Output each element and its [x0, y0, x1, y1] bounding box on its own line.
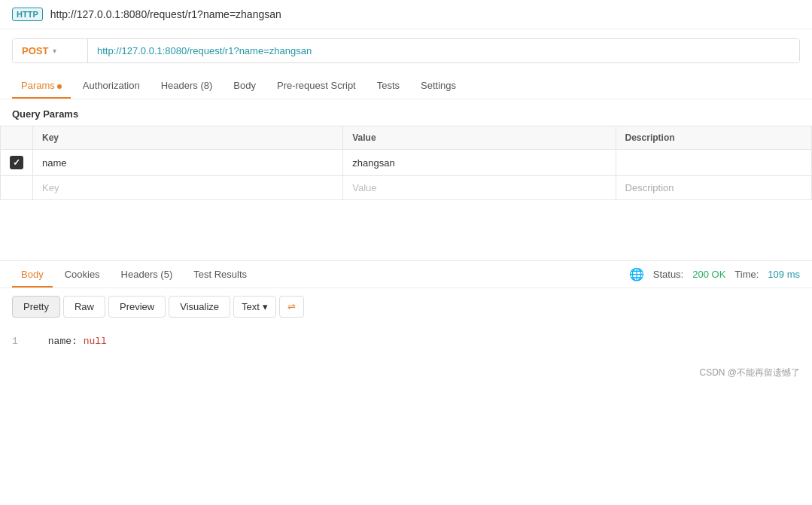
params-dot — [57, 84, 62, 89]
tab-pre-request-script[interactable]: Pre-request Script — [268, 72, 365, 99]
col-header-description: Description — [616, 126, 811, 150]
response-tab-test-results[interactable]: Test Results — [184, 261, 256, 287]
time-label: Time: — [734, 269, 759, 280]
response-tab-body[interactable]: Body — [12, 261, 53, 287]
format-tabs: Pretty Raw Preview Visualize Text ▾ ⇌ — [0, 288, 812, 325]
chevron-down-icon: ▾ — [53, 47, 56, 55]
params-table: Key Value Description name zhangsan Key … — [0, 126, 812, 200]
placeholder-desc[interactable]: Description — [616, 176, 811, 200]
tab-settings[interactable]: Settings — [412, 72, 465, 99]
tab-authorization[interactable]: Authorization — [74, 72, 149, 99]
format-type-dropdown[interactable]: Text ▾ — [233, 296, 276, 318]
col-header-checkbox — [1, 126, 33, 150]
url-input[interactable] — [88, 39, 799, 62]
http-badge: HTTP — [12, 8, 43, 21]
top-url: http://127.0.0.1:8080/request/r1?name=zh… — [50, 8, 281, 20]
response-section: Body Cookies Headers (5) Test Results 🌐 … — [0, 261, 812, 359]
row-checkbox-cell[interactable] — [1, 150, 33, 176]
tab-body[interactable]: Body — [224, 72, 265, 99]
placeholder-key[interactable]: Key — [33, 176, 343, 200]
query-params-title: Query Params — [0, 99, 812, 126]
table-row: name zhangsan — [1, 150, 812, 176]
request-bar: POST ▾ — [12, 38, 800, 63]
line-number-1: 1 — [12, 334, 27, 350]
wrap-button[interactable]: ⇌ — [279, 296, 304, 318]
code-content-1: name: null — [48, 336, 107, 347]
col-header-key: Key — [33, 126, 343, 150]
top-bar: HTTP http://127.0.0.1:8080/request/r1?na… — [0, 0, 812, 29]
format-btn-visualize[interactable]: Visualize — [169, 296, 230, 318]
status-value: 200 OK — [692, 269, 725, 280]
request-tabs-bar: Params Authorization Headers (8) Body Pr… — [0, 72, 812, 99]
response-tab-headers[interactable]: Headers (5) — [112, 261, 182, 287]
row-value-cell[interactable]: zhangsan — [343, 150, 616, 176]
wrap-icon: ⇌ — [287, 301, 296, 312]
tab-headers[interactable]: Headers (8) — [152, 72, 222, 99]
globe-icon: 🌐 — [629, 267, 644, 281]
placeholder-checkbox-cell — [1, 176, 33, 200]
tab-tests[interactable]: Tests — [368, 72, 409, 99]
code-line-1: 1 name: null — [12, 334, 800, 350]
response-tab-cookies[interactable]: Cookies — [56, 261, 109, 287]
code-area: 1 name: null — [0, 325, 812, 359]
format-type-chevron: ▾ — [263, 301, 268, 312]
format-btn-raw[interactable]: Raw — [63, 296, 105, 318]
format-btn-preview[interactable]: Preview — [108, 296, 166, 318]
response-tabs-bar: Body Cookies Headers (5) Test Results 🌐 … — [0, 261, 812, 288]
placeholder-value[interactable]: Value — [343, 176, 616, 200]
row-desc-cell[interactable] — [616, 150, 811, 176]
watermark: CSDN @不能再留遗憾了 — [0, 359, 812, 387]
checkbox-checked[interactable] — [10, 156, 23, 169]
time-value: 109 ms — [768, 269, 800, 280]
table-row-placeholder: Key Value Description — [1, 176, 812, 200]
row-key-cell[interactable]: name — [33, 150, 343, 176]
status-bar: 🌐 Status: 200 OK Time: 109 ms — [629, 267, 800, 281]
col-header-value: Value — [343, 126, 616, 150]
method-text: POST — [22, 45, 48, 56]
format-btn-pretty[interactable]: Pretty — [12, 296, 60, 318]
code-null-value: null — [84, 336, 107, 347]
status-label: Status: — [653, 269, 683, 280]
format-type-label: Text — [242, 301, 260, 312]
method-selector[interactable]: POST ▾ — [13, 39, 88, 62]
tab-params[interactable]: Params — [12, 72, 71, 99]
